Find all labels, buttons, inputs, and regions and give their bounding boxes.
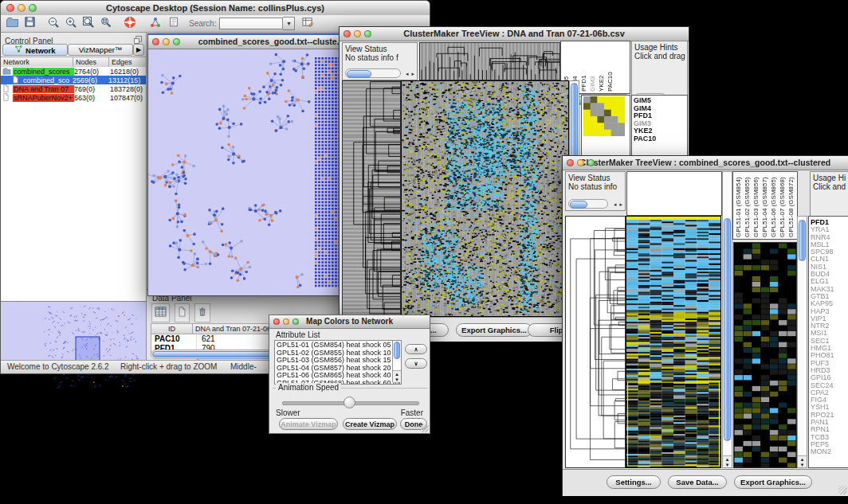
column-label[interactable]: GPL51-07 (GSM868) <box>779 177 786 237</box>
speed-slider-knob[interactable] <box>344 397 355 408</box>
tab-vizmapper[interactable]: VizMapper™ <box>68 44 133 56</box>
attribute-table-icon[interactable] <box>151 303 170 322</box>
gene-label-pac10[interactable]: PAC10 <box>632 135 687 143</box>
network-row-srnapubernov2-[interactable]: sRNAPuberNov2+563(0)107847(0) <box>1 93 146 102</box>
vizmapper-icon[interactable] <box>149 16 162 32</box>
status-welcome: Welcome to Cytoscape 2.6.2 <box>7 361 109 373</box>
attribute-listbox[interactable]: GPL51-01 (GSM854) heat shock 05 minGPL51… <box>274 340 402 385</box>
save-icon[interactable] <box>24 16 36 31</box>
attribute-list-vscrollbar[interactable]: ▴▾ <box>392 341 401 382</box>
column-label[interactable]: PFD1 <box>580 76 587 92</box>
zoom-heatmap-canvas[interactable] <box>734 243 796 467</box>
document-icon <box>1 93 13 103</box>
gene-label-mon2[interactable]: MON2 <box>809 448 848 455</box>
save-data-button[interactable]: Save Data... <box>668 475 727 489</box>
birdseye-canvas[interactable] <box>1 302 145 391</box>
row-dendrogram[interactable] <box>565 216 626 468</box>
row-dendrogram-canvas[interactable] <box>343 81 400 316</box>
column-label[interactable]: GPL51-08 (GSM872) <box>787 177 795 237</box>
minimize-icon[interactable] <box>354 30 361 37</box>
scroll-arrows-icon[interactable]: ▴▾ <box>723 455 732 467</box>
treeview-combined-buttonrow: Settings...Save Data...Export Graphics..… <box>563 469 848 496</box>
minimize-icon[interactable] <box>163 38 170 45</box>
tab-network[interactable]: Network <box>2 44 68 56</box>
row-dendrogram[interactable] <box>342 80 401 317</box>
view-status-scrollbar[interactable] <box>345 68 401 78</box>
annotation-icon[interactable] <box>168 16 179 31</box>
create-vizmap-button[interactable]: Create Vizmap <box>343 418 397 430</box>
dialog-titlebar[interactable]: Map Colors to Network <box>269 315 430 329</box>
column-dendrogram-canvas[interactable] <box>420 43 559 80</box>
heatmap-main[interactable] <box>626 216 721 468</box>
scroll-arrows-icon[interactable]: ▴▾ <box>393 370 401 382</box>
heatmap-main[interactable] <box>401 80 569 317</box>
new-attribute-icon[interactable] <box>175 303 190 322</box>
scroll-arrows-icon[interactable]: ▴▾ <box>798 455 807 467</box>
heatmap-canvas[interactable] <box>626 217 720 467</box>
attribute-list-label: Attribute List <box>276 330 320 339</box>
birdseye-view[interactable] <box>1 301 146 361</box>
treeview-dna-titlebar[interactable]: ClusterMaker TreeView : DNA and Tran 07-… <box>340 27 689 41</box>
main-titlebar[interactable]: Cytoscape Desktop (Session Name: collins… <box>1 1 430 16</box>
faster-label: Faster <box>401 408 423 417</box>
column-label[interactable]: GPL51-03 (GSM856) <box>752 177 760 237</box>
view-status-scrollbar[interactable] <box>568 199 608 209</box>
zoom-out-icon[interactable] <box>47 16 60 32</box>
column-label[interactable]: PAC10 <box>607 72 614 92</box>
row-dendrogram-canvas[interactable] <box>566 217 625 467</box>
maximize-icon[interactable] <box>364 30 371 37</box>
network-row-combined-scores[interactable]: combined_scores2764(0)16218(0) <box>1 67 146 76</box>
column-label[interactable]: GPL51-01 (GSM854) <box>735 177 742 237</box>
help-lifering-icon[interactable] <box>124 16 136 32</box>
control-panel: Control Panel NetworkVizMapper™▶ Network… <box>1 33 147 361</box>
network-row-dna-and-tran-07[interactable]: DNA and Tran 07769(0)183728(0) <box>1 84 146 93</box>
resize-grip[interactable] <box>838 486 847 494</box>
report-table-icon[interactable] <box>301 16 314 31</box>
heatmap-canvas[interactable] <box>402 81 568 316</box>
close-icon[interactable] <box>273 318 280 325</box>
move-down-button[interactable]: ∨ <box>405 358 427 369</box>
column-label[interactable]: GPL51-06 (GSM865) <box>770 177 777 237</box>
minimize-button[interactable] <box>18 4 26 12</box>
settings-button[interactable]: Settings... <box>607 475 661 489</box>
column-label[interactable]: GPL51-04 (GSM857) <box>761 177 768 237</box>
gene-labels-panel: PFD1YRA1RNR4MSL1SPC98CLN1NIS1BUD4ELG1MAK… <box>808 216 848 468</box>
zoom-vscrollbar[interactable]: ▴▾ <box>797 216 807 468</box>
close-icon[interactable] <box>152 38 159 45</box>
network-row-combined-sco[interactable]: combined_sco2569(6)13112(15) <box>1 76 146 84</box>
move-up-button[interactable]: ∧ <box>405 344 427 354</box>
search-input[interactable] <box>219 18 283 29</box>
treeview-combined-titlebar[interactable]: ClusterMaker TreeView : combined_scores_… <box>563 156 848 170</box>
column-label[interactable]: GPL51-02 (GSM855) <box>744 177 751 237</box>
heatmap-vscrollbar[interactable]: ▴▾ <box>722 171 732 468</box>
minimize-icon[interactable] <box>577 159 584 166</box>
minimize-icon[interactable] <box>283 318 289 325</box>
maximize-icon[interactable] <box>587 159 595 166</box>
maximize-icon[interactable] <box>173 38 180 45</box>
data-col-id: ID <box>151 324 193 334</box>
delete-attribute-icon[interactable] <box>194 303 210 322</box>
open-file-icon[interactable] <box>6 16 19 31</box>
tab-overflow-arrow[interactable]: ▶ <box>133 44 144 56</box>
zoom-in-icon[interactable] <box>65 16 77 32</box>
close-icon[interactable] <box>344 30 351 37</box>
column-label[interactable]: YKE2 <box>598 76 605 92</box>
zoom-button[interactable] <box>29 4 37 12</box>
export-graphics-button[interactable]: Export Graphics... <box>456 323 532 337</box>
close-button[interactable] <box>6 4 14 12</box>
zoom-fit-icon[interactable] <box>82 16 95 32</box>
close-icon[interactable] <box>567 159 574 166</box>
export-graphics-button[interactable]: Export Graphics... <box>734 475 812 489</box>
zoom-heatmap-canvas[interactable] <box>583 96 625 136</box>
scroll-arrows-icon[interactable]: ◂ ▸ <box>406 70 415 78</box>
search-dropdown-arrow[interactable]: ▼ <box>283 17 295 30</box>
zoom-selected-icon[interactable] <box>100 16 112 32</box>
zoom-heatmap-panel[interactable] <box>733 242 797 468</box>
column-dendrogram[interactable] <box>419 42 560 80</box>
resize-grip[interactable] <box>420 424 429 432</box>
scroll-arrows-icon[interactable]: ◂ ▸ <box>614 201 623 209</box>
column-label[interactable]: GIM3 <box>589 76 596 92</box>
maximize-icon[interactable] <box>292 318 299 325</box>
animate-vizmap-button[interactable]: Animate Vizmap <box>279 418 338 430</box>
column-tree-area <box>626 171 722 216</box>
